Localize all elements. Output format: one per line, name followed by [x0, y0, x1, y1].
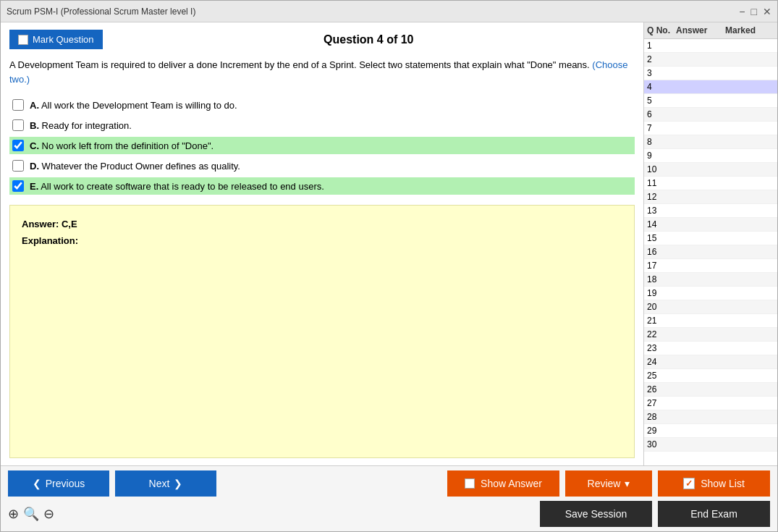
question-list: 1 2 3 4 5 6 7 8 [644, 39, 777, 465]
row-num: 23 [647, 343, 676, 353]
row-answer [676, 412, 725, 422]
question-row[interactable]: 27 [644, 397, 777, 410]
question-row[interactable]: 19 [644, 287, 777, 300]
question-row[interactable]: 4 [644, 80, 777, 94]
question-row[interactable]: 17 [644, 259, 777, 273]
question-row[interactable]: 20 [644, 300, 777, 314]
question-row[interactable]: 7 [644, 122, 777, 135]
save-session-button[interactable]: Save Session [540, 501, 652, 527]
question-row[interactable]: 9 [644, 149, 777, 163]
question-row[interactable]: 11 [644, 177, 777, 190]
row-num: 16 [647, 247, 676, 257]
question-row[interactable]: 14 [644, 218, 777, 232]
question-row[interactable]: 28 [644, 410, 777, 424]
maximize-button[interactable]: □ [751, 6, 757, 17]
question-row[interactable]: 22 [644, 328, 777, 342]
row-marked [725, 439, 774, 449]
row-marked [725, 151, 774, 161]
option-d-label: D. Whatever the Product Owner defines as… [30, 161, 240, 172]
question-row[interactable]: 25 [644, 369, 777, 383]
question-row[interactable]: 1 [644, 39, 777, 53]
row-marked [725, 137, 774, 147]
minimize-button[interactable]: − [739, 6, 745, 17]
row-num: 13 [647, 206, 676, 216]
option-e-checkbox[interactable] [12, 180, 24, 192]
row-num: 24 [647, 357, 676, 367]
previous-button[interactable]: Previous [8, 470, 109, 497]
question-row[interactable]: 23 [644, 342, 777, 355]
question-row[interactable]: 30 [644, 438, 777, 452]
row-marked [725, 288, 774, 298]
row-answer [676, 261, 725, 271]
zoom-reset-button[interactable]: 🔍 [23, 506, 39, 522]
col-q-no: Q No. [647, 25, 676, 35]
option-b: B. Ready for integration. [9, 117, 635, 134]
window-controls: − □ ✕ [739, 6, 771, 17]
review-button[interactable]: Review ▾ [565, 470, 652, 497]
question-row[interactable]: 5 [644, 94, 777, 108]
row-num: 27 [647, 398, 676, 408]
row-marked [725, 109, 774, 119]
window-title: Scrum PSM-I (Professional Scrum Master l… [7, 7, 195, 17]
question-row[interactable]: 26 [644, 383, 777, 397]
row-marked [725, 274, 774, 284]
option-d-checkbox[interactable] [12, 160, 24, 172]
col-answer: Answer [676, 25, 725, 35]
row-num: 29 [647, 426, 676, 436]
show-list-button[interactable]: ✓ Show List [658, 470, 770, 497]
question-row[interactable]: 21 [644, 314, 777, 328]
row-marked [725, 54, 774, 64]
row-marked [725, 96, 774, 106]
row-num: 2 [647, 54, 676, 64]
option-c-checkbox[interactable] [12, 140, 24, 151]
question-row[interactable]: 6 [644, 108, 777, 122]
left-panel: Mark Question Question 4 of 10 A Develop… [1, 22, 643, 465]
mark-question-button[interactable]: Mark Question [9, 30, 103, 49]
row-answer [676, 426, 725, 436]
row-num: 9 [647, 151, 676, 161]
option-a-checkbox[interactable] [12, 99, 24, 111]
option-b-checkbox[interactable] [12, 119, 24, 131]
row-num: 28 [647, 412, 676, 422]
row-num: 26 [647, 384, 676, 394]
question-row[interactable]: 29 [644, 424, 777, 438]
row-marked [725, 206, 774, 216]
close-button[interactable]: ✕ [763, 6, 771, 17]
row-answer [676, 219, 725, 229]
question-row[interactable]: 8 [644, 135, 777, 149]
end-exam-button[interactable]: End Exam [658, 501, 770, 527]
zoom-out-button[interactable]: ⊖ [43, 506, 54, 522]
options-list: A. All work the Development Team is will… [9, 96, 635, 195]
option-b-label: B. Ready for integration. [30, 120, 132, 131]
row-num: 30 [647, 439, 676, 449]
question-list-header: Q No. Answer Marked [644, 22, 777, 39]
row-num: 12 [647, 192, 676, 202]
title-bar: Scrum PSM-I (Professional Scrum Master l… [1, 1, 777, 22]
row-num: 19 [647, 288, 676, 298]
show-answer-button[interactable]: Show Answer [447, 470, 559, 497]
question-row[interactable]: 16 [644, 245, 777, 259]
row-answer [676, 343, 725, 353]
question-row[interactable]: 13 [644, 204, 777, 218]
row-num: 7 [647, 123, 676, 133]
row-marked [725, 192, 774, 202]
question-row[interactable]: 15 [644, 232, 777, 245]
question-row[interactable]: 10 [644, 163, 777, 177]
question-row[interactable]: 12 [644, 190, 777, 204]
row-answer [676, 316, 725, 326]
row-num: 11 [647, 178, 676, 188]
next-label: Next [149, 478, 170, 489]
explanation-label: Explanation: [22, 232, 622, 249]
question-row[interactable]: 3 [644, 67, 777, 80]
row-marked [725, 398, 774, 408]
question-row[interactable]: 18 [644, 273, 777, 287]
row-marked [725, 316, 774, 326]
show-answer-icon [465, 478, 475, 489]
question-row[interactable]: 2 [644, 53, 777, 67]
option-d: D. Whatever the Product Owner defines as… [9, 157, 635, 174]
question-row[interactable]: 24 [644, 355, 777, 369]
next-button[interactable]: Next [115, 470, 216, 497]
row-marked [725, 164, 774, 174]
row-answer [676, 206, 725, 216]
zoom-in-button[interactable]: ⊕ [8, 506, 19, 522]
